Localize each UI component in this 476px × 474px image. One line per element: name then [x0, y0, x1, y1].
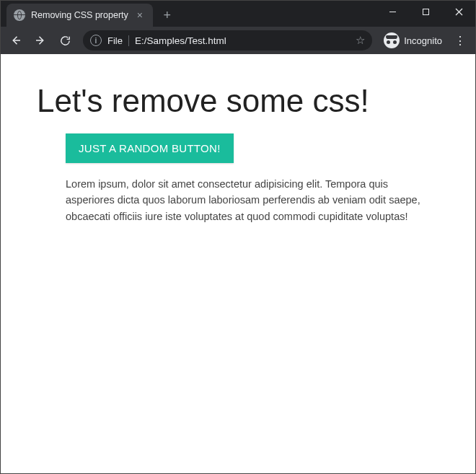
tab-title: Removing CSS property — [31, 10, 128, 20]
maximize-button[interactable] — [409, 1, 442, 22]
close-window-button[interactable] — [442, 1, 475, 22]
close-tab-icon[interactable]: × — [134, 9, 146, 21]
back-button[interactable] — [5, 30, 27, 51]
reload-button[interactable] — [54, 30, 76, 51]
lorem-paragraph: Lorem ipsum, dolor sit amet consectetur … — [66, 176, 439, 224]
titlebar: Removing CSS property × + — [1, 1, 475, 27]
site-info-icon[interactable]: i — [90, 35, 102, 46]
url-scheme: File — [107, 35, 129, 46]
menu-button[interactable]: ⋮ — [449, 30, 471, 51]
page-viewport: Let's remove some css! JUST A RANDOM BUT… — [1, 54, 475, 473]
browser-tab[interactable]: Removing CSS property × — [6, 4, 153, 27]
svg-rect-1 — [423, 9, 428, 14]
url-text: E:/Samples/Test.html — [135, 35, 350, 46]
bookmark-star-icon[interactable]: ☆ — [356, 34, 365, 47]
new-tab-button[interactable]: + — [157, 5, 177, 25]
toolbar: i File E:/Samples/Test.html ☆ Incognito … — [1, 27, 475, 54]
globe-icon — [14, 9, 25, 21]
address-bar[interactable]: i File E:/Samples/Test.html ☆ — [83, 30, 372, 51]
minimize-button[interactable] — [376, 1, 409, 22]
incognito-icon — [384, 32, 400, 48]
incognito-indicator[interactable]: Incognito — [379, 32, 446, 48]
incognito-label: Incognito — [404, 35, 442, 46]
window-controls — [376, 1, 475, 22]
browser-window: Removing CSS property × + i Fil — [0, 0, 476, 474]
page-content: Let's remove some css! JUST A RANDOM BUT… — [1, 54, 475, 239]
forward-button[interactable] — [30, 30, 51, 51]
page-heading: Let's remove some css! — [37, 83, 439, 119]
content-inner: JUST A RANDOM BUTTON! Lorem ipsum, dolor… — [37, 133, 439, 224]
random-button[interactable]: JUST A RANDOM BUTTON! — [66, 133, 234, 163]
